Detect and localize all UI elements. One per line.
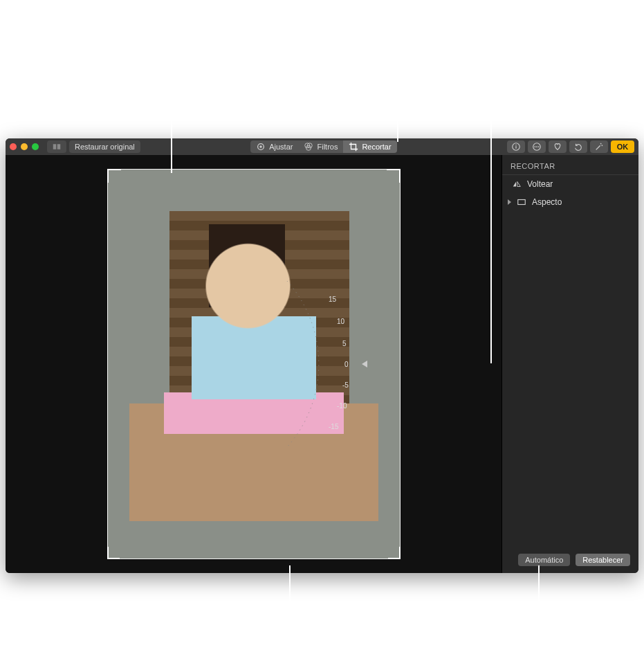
svg-point-13 (538, 146, 540, 147)
callout-footer-buttons (538, 565, 540, 611)
compare-icon (53, 142, 61, 152)
rotate-button[interactable] (569, 140, 587, 153)
svg-rect-0 (53, 144, 57, 149)
svg-point-12 (536, 146, 537, 147)
auto-crop-label: Automático (525, 556, 563, 564)
auto-enhance-button[interactable] (590, 140, 608, 153)
photos-edit-window: Restaurar original Ajustar Filtros Recor… (6, 138, 638, 573)
tab-adjust[interactable]: Ajustar (250, 140, 298, 153)
svg-rect-1 (57, 144, 61, 149)
aspect-icon (517, 197, 526, 207)
more-button[interactable] (528, 140, 546, 153)
flip-icon (512, 179, 522, 189)
sidebar-item-aspect[interactable]: Aspecto (502, 193, 638, 211)
restore-original-button[interactable]: Restaurar original (69, 140, 140, 153)
callout-crop-bottom (289, 565, 291, 611)
window-controls (10, 143, 39, 150)
done-label: OK (617, 143, 629, 151)
window-close-button[interactable] (10, 143, 17, 150)
callout-crop-corner (171, 107, 172, 173)
info-icon (511, 142, 521, 152)
rotate-icon (573, 142, 583, 152)
sidebar-footer: Automático Restablecer (502, 547, 638, 573)
sidebar-title: RECORTAR (502, 155, 638, 175)
auto-crop-button[interactable]: Automático (518, 554, 570, 566)
edit-mode-segmented: Ajustar Filtros Recortar (250, 140, 396, 153)
compare-toggle-button[interactable] (47, 140, 66, 153)
info-button[interactable] (507, 140, 525, 153)
tab-filters-label: Filtros (317, 142, 338, 152)
sidebar-item-flip[interactable]: Voltear (502, 175, 638, 193)
crop-sidebar: RECORTAR Voltear Aspecto Automático Rest… (502, 155, 638, 573)
window-zoom-button[interactable] (32, 143, 39, 150)
toolbar: Restaurar original Ajustar Filtros Recor… (6, 138, 638, 155)
chevron-right-icon (508, 199, 511, 205)
restore-original-label: Restaurar original (75, 142, 135, 152)
sidebar-item-aspect-label: Aspecto (532, 197, 562, 207)
callout-toolbar-crop (397, 107, 398, 142)
svg-point-11 (535, 146, 536, 147)
svg-rect-8 (515, 146, 516, 149)
reset-crop-label: Restablecer (582, 556, 623, 564)
callout-dial (490, 107, 492, 363)
svg-rect-9 (515, 145, 516, 145)
heart-icon (553, 142, 562, 152)
filters-icon (304, 142, 313, 152)
done-button[interactable]: OK (611, 140, 634, 153)
content-row: 15 10 5 0 -5 -10 -15 RECORTAR Voltear (6, 155, 638, 573)
window-minimize-button[interactable] (21, 143, 28, 150)
ellipsis-icon (532, 142, 542, 152)
crop-frame[interactable] (107, 169, 401, 559)
tab-adjust-label: Ajustar (269, 142, 293, 152)
canvas-area: 15 10 5 0 -5 -10 -15 (6, 155, 502, 573)
tab-filters[interactable]: Filtros (298, 140, 343, 153)
sidebar-item-flip-label: Voltear (527, 179, 553, 189)
magic-wand-icon (594, 142, 604, 152)
reset-crop-button[interactable]: Restablecer (576, 554, 630, 566)
tab-crop[interactable]: Recortar (343, 140, 396, 153)
photo-preview (107, 169, 401, 559)
svg-point-3 (259, 145, 262, 148)
favorite-button[interactable] (549, 140, 567, 153)
tab-crop-label: Recortar (362, 142, 391, 152)
crop-icon (349, 142, 358, 152)
svg-rect-14 (518, 200, 526, 205)
adjust-icon (256, 142, 266, 152)
